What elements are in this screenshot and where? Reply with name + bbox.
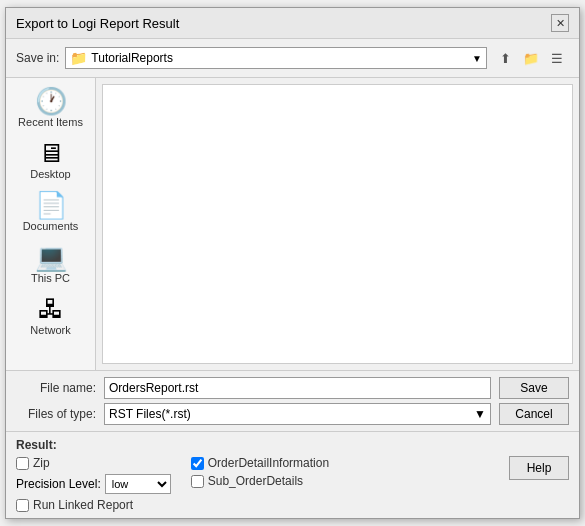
toolbar-icons: ⬆ 📁 ☰ bbox=[493, 47, 569, 69]
file-name-label: File name: bbox=[16, 381, 96, 395]
folder-name: TutorialReports bbox=[91, 51, 173, 65]
precision-label: Precision Level: bbox=[16, 477, 101, 491]
precision-row: Precision Level: low medium high bbox=[16, 474, 171, 494]
button-group: Save Cancel bbox=[499, 377, 569, 425]
zip-row: Zip bbox=[16, 456, 171, 470]
sidebar-label-desktop: Desktop bbox=[30, 168, 70, 180]
result-left: Zip Precision Level: low medium high Run… bbox=[16, 456, 171, 512]
result-right: OrderDetailInformation Sub_OrderDetails bbox=[191, 456, 489, 512]
file-type-select[interactable]: RST Files(*.rst) ▼ bbox=[104, 403, 491, 425]
view-btn-2[interactable]: 📁 bbox=[519, 47, 543, 69]
documents-icon: 📄 bbox=[35, 192, 67, 218]
this-pc-icon: 💻 bbox=[35, 244, 67, 270]
dropdown-caret: ▼ bbox=[472, 53, 482, 64]
dialog-title: Export to Logi Report Result bbox=[16, 16, 179, 31]
close-button[interactable]: ✕ bbox=[551, 14, 569, 32]
precision-select[interactable]: low medium high bbox=[105, 474, 171, 494]
folder-icon: 📁 bbox=[70, 50, 87, 66]
sidebar-item-this-pc[interactable]: 💻 This PC bbox=[6, 238, 95, 290]
file-name-row: File name: bbox=[16, 377, 491, 399]
result-content: Zip Precision Level: low medium high Run… bbox=[16, 456, 569, 512]
sidebar-item-recent-items[interactable]: 🕐 Recent Items bbox=[6, 82, 95, 134]
sidebar-item-network[interactable]: 🖧 Network bbox=[6, 290, 95, 342]
run-linked-label: Run Linked Report bbox=[33, 498, 133, 512]
help-area: Help bbox=[509, 456, 569, 512]
save-in-row: Save in: 📁 TutorialReports ▼ ⬆ 📁 ☰ bbox=[6, 39, 579, 77]
sidebar-label-documents: Documents bbox=[23, 220, 79, 232]
sub-order-label: Sub_OrderDetails bbox=[208, 474, 303, 488]
view-btn-3[interactable]: ☰ bbox=[545, 47, 569, 69]
cancel-button[interactable]: Cancel bbox=[499, 403, 569, 425]
file-name-input[interactable] bbox=[104, 377, 491, 399]
title-bar: Export to Logi Report Result ✕ bbox=[6, 8, 579, 39]
save-in-select[interactable]: 📁 TutorialReports ▼ bbox=[65, 47, 487, 69]
order-detail-checkbox[interactable] bbox=[191, 457, 204, 470]
result-section: Result: Zip Precision Level: low medium … bbox=[6, 431, 579, 518]
export-dialog: Export to Logi Report Result ✕ Save in: … bbox=[5, 7, 580, 519]
run-linked-row: Run Linked Report bbox=[16, 498, 171, 512]
type-dropdown-caret: ▼ bbox=[474, 407, 486, 421]
run-linked-checkbox[interactable] bbox=[16, 499, 29, 512]
zip-label: Zip bbox=[33, 456, 50, 470]
file-type-value: RST Files(*.rst) bbox=[109, 407, 191, 421]
desktop-icon: 🖥 bbox=[38, 140, 64, 166]
sidebar: 🕐 Recent Items 🖥 Desktop 📄 Documents 💻 T… bbox=[6, 78, 96, 370]
zip-checkbox[interactable] bbox=[16, 457, 29, 470]
recent-items-icon: 🕐 bbox=[35, 88, 67, 114]
main-area: 🕐 Recent Items 🖥 Desktop 📄 Documents 💻 T… bbox=[6, 77, 579, 371]
sidebar-label-network: Network bbox=[30, 324, 70, 336]
network-icon: 🖧 bbox=[38, 296, 64, 322]
order-detail-row: OrderDetailInformation bbox=[191, 456, 489, 470]
sub-order-row: Sub_OrderDetails bbox=[191, 474, 489, 488]
save-in-label: Save in: bbox=[16, 51, 59, 65]
help-button[interactable]: Help bbox=[509, 456, 569, 480]
order-detail-label: OrderDetailInformation bbox=[208, 456, 329, 470]
result-header: Result: bbox=[16, 438, 569, 452]
save-button[interactable]: Save bbox=[499, 377, 569, 399]
file-type-label: Files of type: bbox=[16, 407, 96, 421]
view-btn-1[interactable]: ⬆ bbox=[493, 47, 517, 69]
file-type-row: Files of type: RST Files(*.rst) ▼ bbox=[16, 403, 491, 425]
sidebar-label-recent-items: Recent Items bbox=[18, 116, 83, 128]
sub-order-checkbox[interactable] bbox=[191, 475, 204, 488]
bottom-section: File name: Files of type: RST Files(*.rs… bbox=[6, 371, 579, 431]
sidebar-label-this-pc: This PC bbox=[31, 272, 70, 284]
sidebar-item-documents[interactable]: 📄 Documents bbox=[6, 186, 95, 238]
file-browser-area bbox=[102, 84, 573, 364]
sidebar-item-desktop[interactable]: 🖥 Desktop bbox=[6, 134, 95, 186]
